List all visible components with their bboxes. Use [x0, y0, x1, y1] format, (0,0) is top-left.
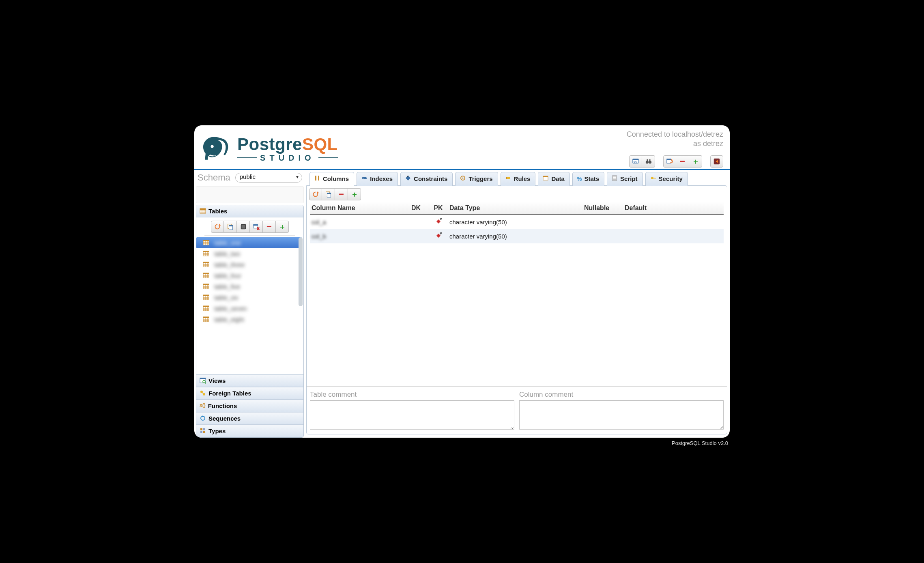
table-icon: [203, 316, 209, 322]
section-types[interactable]: Types: [196, 425, 303, 437]
truncate-icon: [253, 223, 260, 230]
svg-line-80: [202, 393, 203, 393]
table-label: table_four: [214, 272, 241, 279]
svg-rect-23: [241, 225, 245, 228]
table-label: table_five: [214, 283, 240, 290]
tables-truncate-button[interactable]: [250, 221, 263, 233]
header-default[interactable]: Default: [625, 204, 722, 212]
tab-indexes[interactable]: Indexes: [357, 172, 398, 186]
svg-rect-96: [506, 177, 507, 179]
tables-props-button[interactable]: [237, 221, 250, 233]
svg-rect-33: [203, 251, 209, 252]
constraints-icon: C: [405, 175, 411, 183]
tab-triggers[interactable]: Triggers: [455, 172, 498, 186]
sql-editor-button[interactable]: SQL: [629, 155, 642, 168]
columns-add-button[interactable]: ＋: [348, 188, 361, 200]
tables-copy-button[interactable]: [224, 221, 237, 233]
table-row[interactable]: table_five: [196, 281, 302, 292]
header-nullable[interactable]: Nullable: [584, 204, 625, 212]
app-window: PostgreSQL STUDIO Connected to localhost…: [194, 125, 730, 438]
header-column-name[interactable]: Column Name: [312, 204, 405, 212]
tables-add-button[interactable]: ＋: [276, 221, 289, 233]
table-row[interactable]: table_two: [196, 248, 302, 259]
add-schema-button[interactable]: ＋: [689, 155, 702, 168]
primary-key-icon: P: [435, 218, 442, 225]
tables-remove-button[interactable]: −: [263, 221, 276, 233]
section-tables[interactable]: Tables: [196, 205, 303, 217]
svg-rect-69: [203, 317, 209, 318]
content: ColumnsIndexesCConstraintsTriggersRulesD…: [305, 170, 730, 438]
tab-script[interactable]: Script: [607, 172, 643, 186]
tables-list[interactable]: table_one table_two table_three table_fo…: [196, 236, 303, 374]
svg-text:C: C: [407, 175, 409, 178]
columns-rename-button[interactable]: [322, 188, 335, 200]
schema-select[interactable]: public: [235, 173, 302, 183]
table-row[interactable]: table_six: [196, 292, 302, 303]
header-data-type[interactable]: Data Type: [449, 204, 584, 212]
section-views[interactable]: Views: [196, 374, 303, 387]
data-icon: [542, 175, 549, 183]
columns-remove-button[interactable]: −: [335, 188, 348, 200]
table-row[interactable]: table_seven: [196, 303, 302, 314]
header-pk[interactable]: PK: [427, 204, 449, 212]
section-sequences-label: Sequences: [208, 415, 241, 422]
svg-rect-85: [200, 431, 202, 433]
section-functions[interactable]: x() Functions: [196, 400, 303, 412]
grid-row[interactable]: col_b P character varying(50): [310, 229, 724, 243]
header: PostgreSQL STUDIO Connected to localhost…: [194, 125, 730, 170]
svg-rect-27: [203, 240, 209, 241]
find-button[interactable]: [642, 155, 655, 168]
plus-icon: ＋: [279, 223, 286, 230]
tab-constraints[interactable]: CConstraints: [400, 172, 453, 186]
svg-rect-87: [315, 176, 316, 181]
grid-row[interactable]: col_a P character varying(50): [310, 215, 724, 229]
tab-columns[interactable]: Columns: [309, 172, 354, 186]
refresh-schema-icon: [666, 158, 673, 165]
svg-line-77: [205, 382, 206, 384]
table-comment-input[interactable]: [310, 400, 514, 430]
remove-schema-button[interactable]: −: [676, 155, 689, 168]
table-icon: [203, 283, 209, 290]
logo: PostgreSQL STUDIO: [198, 130, 338, 168]
section-functions-label: Functions: [208, 402, 237, 409]
tab-label: Rules: [514, 175, 531, 182]
tab-rules[interactable]: Rules: [501, 172, 536, 186]
tab-data[interactable]: Data: [538, 172, 570, 186]
functions-icon: x(): [200, 402, 206, 409]
refresh-icon: [214, 223, 221, 230]
tables-refresh-button[interactable]: [211, 221, 224, 233]
tab-stats[interactable]: %Stats: [572, 172, 604, 186]
svg-rect-21: [229, 225, 232, 226]
section-sequences[interactable]: Sequences: [196, 412, 303, 425]
logo-text: PostgreSQL STUDIO: [237, 136, 338, 162]
plus-icon: ＋: [351, 191, 358, 198]
section-foreign-tables[interactable]: Foreign Tables: [196, 387, 303, 400]
header-dk[interactable]: DK: [405, 204, 427, 212]
cell-pk: P: [427, 232, 449, 240]
table-row[interactable]: table_eight: [196, 314, 302, 325]
elephant-icon: [200, 134, 232, 164]
copy-table-icon: [227, 223, 234, 230]
columns-refresh-button[interactable]: [309, 188, 322, 200]
table-row[interactable]: table_one: [196, 237, 302, 248]
refresh-schema-button[interactable]: [663, 155, 676, 168]
tabs: ColumnsIndexesCConstraintsTriggersRulesD…: [306, 172, 727, 185]
table-icon: [203, 294, 209, 301]
table-row[interactable]: table_four: [196, 270, 302, 281]
svg-text:SQL: SQL: [633, 161, 638, 163]
footer-version: PostgreSQL Studio v2.0: [194, 438, 730, 446]
column-comment-input[interactable]: [519, 400, 724, 430]
table-row[interactable]: table_three: [196, 259, 302, 270]
indexes-icon: [361, 175, 367, 183]
types-icon: [200, 428, 206, 434]
tab-security[interactable]: Security: [645, 172, 688, 186]
logout-button[interactable]: [710, 155, 723, 168]
refresh-icon: [312, 191, 319, 198]
tab-label: Triggers: [468, 175, 492, 182]
scroll-thumb[interactable]: [299, 237, 303, 306]
tab-label: Columns: [323, 175, 349, 182]
tab-label: Constraints: [414, 175, 447, 182]
minus-icon: −: [680, 159, 685, 164]
sidebar-accordion: Tables − ＋ tab: [196, 205, 304, 438]
svg-rect-63: [203, 306, 209, 307]
